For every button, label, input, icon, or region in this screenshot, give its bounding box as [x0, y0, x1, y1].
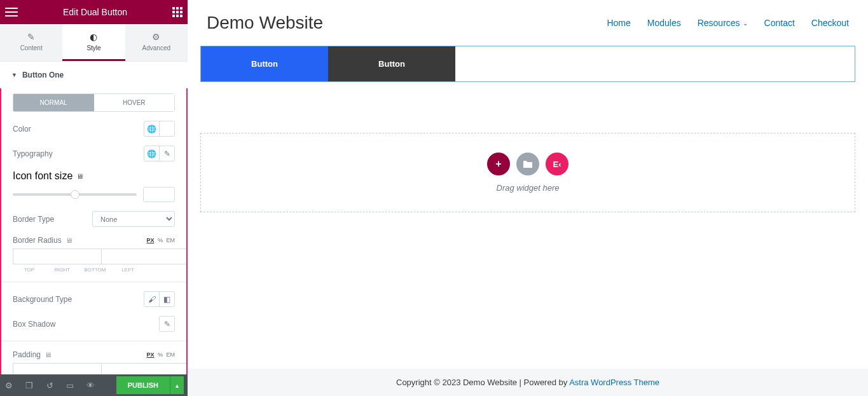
icon-font-size-input[interactable]	[143, 187, 175, 202]
editor-sidebar: Edit Dual Button ✎ Content ◐ Style ⚙ Adv…	[0, 0, 188, 396]
menu-icon[interactable]	[5, 8, 18, 17]
gear-icon: ⚙	[125, 32, 188, 42]
contrast-icon: ◐	[62, 32, 125, 42]
globe-icon[interactable]: 🌐	[144, 146, 160, 161]
units-selector: PX % EM	[144, 237, 175, 243]
editor-tabs: ✎ Content ◐ Style ⚙ Advanced	[0, 24, 188, 62]
padding-header: Padding 🖥 PX % EM	[13, 350, 175, 359]
unit-em[interactable]: EM	[167, 352, 176, 358]
box-shadow-label: Box Shadow	[13, 320, 55, 329]
state-tab-hover[interactable]: HOVER	[94, 94, 175, 111]
border-type-label: Border Type	[13, 215, 54, 224]
icon-font-size-label: Icon font size	[13, 170, 72, 182]
tab-content-label: Content	[20, 44, 43, 51]
edit-icon[interactable]: ✎	[159, 316, 175, 332]
elementskit-icon[interactable]: E‹	[546, 153, 568, 175]
dual-button-widget[interactable]: Button Button	[200, 46, 855, 82]
icon-font-size-control: Icon font size 🖥	[13, 170, 175, 202]
drop-zone-text: Drag widget here	[220, 183, 836, 193]
typography-control: Typography 🌐 ✎	[13, 146, 175, 161]
icon-font-size-slider[interactable]	[13, 193, 137, 196]
button-two[interactable]: Button	[328, 46, 455, 81]
tab-style-label: Style	[86, 44, 100, 51]
nav-modules[interactable]: Modules	[647, 18, 681, 28]
padding-right[interactable]	[101, 363, 188, 374]
site-title: Demo Website	[207, 13, 323, 33]
border-type-control: Border Type None	[13, 211, 175, 227]
header-title: Edit Dual Button	[63, 7, 127, 17]
border-radius-labels: TOP RIGHT BOTTOM LEFT	[13, 267, 175, 273]
padding-top[interactable]	[13, 363, 101, 374]
desktop-icon[interactable]: 🖥	[45, 351, 52, 358]
background-type-label: Background Type	[13, 295, 72, 304]
unit-px[interactable]: PX	[146, 237, 154, 243]
nav-home[interactable]: Home	[607, 18, 630, 28]
border-radius-inputs: 🔗	[13, 249, 175, 264]
history-icon[interactable]: ↺	[45, 380, 55, 390]
typography-label: Typography	[13, 149, 53, 158]
footer-toolbar: ⚙ ❐ ↺ ▭ 👁 PUBLISH ▴	[0, 374, 188, 396]
border-radius-header: Border Radius 🖥 PX % EM	[13, 236, 175, 245]
publish-options-caret-icon[interactable]: ▴	[170, 376, 184, 394]
unit-percent[interactable]: %	[158, 352, 163, 358]
color-swatch[interactable]	[159, 121, 175, 137]
preview-canvas: Demo Website Home Modules Resources ⌄ Co…	[188, 0, 868, 396]
tab-style[interactable]: ◐ Style	[62, 24, 125, 61]
nav-contact[interactable]: Contact	[764, 18, 795, 28]
nav-resources[interactable]: Resources ⌄	[698, 18, 748, 28]
units-selector: PX % EM	[144, 352, 175, 358]
footer-text: Copyright © 2023 Demo Website | Powered …	[396, 378, 569, 387]
border-radius-top[interactable]	[13, 249, 101, 264]
desktop-icon[interactable]: 🖥	[76, 172, 83, 180]
section-title: Button One	[22, 71, 64, 79]
button-one[interactable]: Button	[201, 46, 328, 81]
nav-checkout[interactable]: Checkout	[811, 18, 849, 28]
state-tabs: NORMAL HOVER	[13, 93, 175, 112]
navigator-icon[interactable]: ❐	[24, 380, 34, 390]
pencil-icon: ✎	[0, 32, 62, 42]
box-shadow-control: Box Shadow ✎	[13, 316, 175, 332]
background-type-control: Background Type 🖌 ◧	[13, 291, 175, 307]
tab-content[interactable]: ✎ Content	[0, 24, 62, 61]
border-radius-right[interactable]	[101, 249, 188, 264]
gradient-icon[interactable]: ◧	[159, 291, 175, 307]
style-panel: NORMAL HOVER Color 🌐 Typography 🌐 ✎	[0, 88, 188, 374]
color-label: Color	[13, 125, 31, 133]
settings-icon[interactable]: ⚙	[4, 380, 14, 390]
preview-icon[interactable]: 👁	[85, 380, 95, 390]
main-nav: Home Modules Resources ⌄ Contact Checkou…	[607, 18, 849, 28]
state-tab-normal[interactable]: NORMAL	[13, 94, 94, 111]
globe-icon[interactable]: 🌐	[144, 121, 160, 137]
brush-icon[interactable]: 🖌	[144, 291, 160, 307]
unit-px[interactable]: PX	[146, 352, 154, 358]
unit-percent[interactable]: %	[158, 237, 163, 243]
padding-inputs: 🔗	[13, 363, 175, 374]
desktop-icon[interactable]: 🖥	[65, 236, 72, 244]
template-library-icon[interactable]	[516, 153, 539, 175]
footer-theme-link[interactable]: Astra WordPress Theme	[569, 378, 659, 387]
border-type-select[interactable]: None	[92, 211, 175, 227]
tab-advanced-label: Advanced	[142, 44, 170, 51]
responsive-icon[interactable]: ▭	[65, 380, 75, 390]
padding-label: Padding	[13, 350, 41, 359]
nav-resources-label: Resources	[698, 18, 740, 28]
sidebar-header: Edit Dual Button	[0, 0, 188, 24]
site-footer: Copyright © 2023 Demo Website | Powered …	[188, 369, 868, 396]
color-control: Color 🌐	[13, 121, 175, 137]
section-button-one[interactable]: Button One	[0, 62, 188, 88]
unit-em[interactable]: EM	[167, 237, 176, 243]
apps-grid-icon[interactable]	[172, 7, 183, 17]
edit-icon[interactable]: ✎	[159, 146, 175, 161]
chevron-down-icon: ⌄	[743, 20, 748, 27]
site-header: Demo Website Home Modules Resources ⌄ Co…	[188, 0, 868, 46]
drop-zone[interactable]: + E‹ Drag widget here	[200, 133, 855, 212]
add-section-icon[interactable]: +	[487, 153, 510, 175]
border-radius-label: Border Radius	[13, 236, 62, 245]
publish-button[interactable]: PUBLISH	[116, 376, 170, 394]
tab-advanced[interactable]: ⚙ Advanced	[125, 24, 188, 61]
